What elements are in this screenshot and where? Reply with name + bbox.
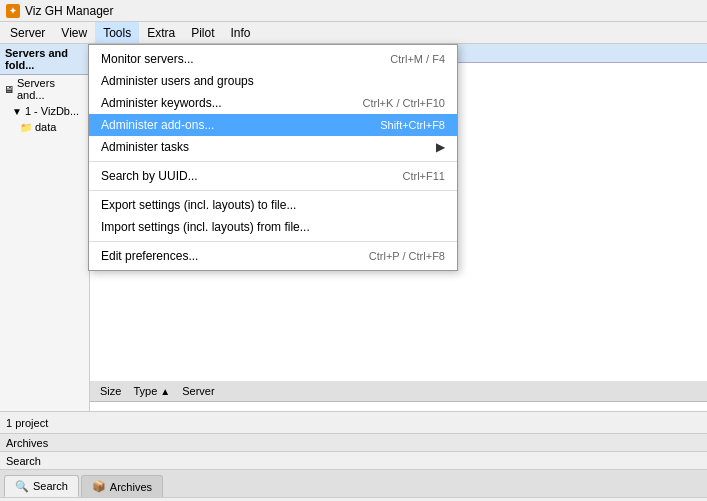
tree-label-servers: Servers and...: [17, 77, 85, 101]
archives-label: Archives: [6, 437, 48, 449]
status-bar-archives: Archives: [0, 433, 707, 451]
menu-administer-addons[interactable]: Administer add-ons... Shift+Ctrl+F8: [89, 114, 457, 136]
menu-import-settings-label: Import settings (incl. layouts) from fil…: [101, 220, 310, 234]
menu-server[interactable]: Server: [2, 22, 53, 43]
left-panel: Servers and fold... 🖥 Servers and... ▼ 1…: [0, 44, 90, 411]
menu-administer-tasks[interactable]: Administer tasks ▶: [89, 136, 457, 158]
menu-monitor-servers-label: Monitor servers...: [101, 52, 194, 66]
tab-archives[interactable]: 📦 Archives: [81, 475, 163, 497]
menu-search-uuid-label: Search by UUID...: [101, 169, 198, 183]
folder-icon: ▼: [12, 106, 22, 117]
menu-export-settings-label: Export settings (incl. layouts) to file.…: [101, 198, 296, 212]
tree-item-servers[interactable]: 🖥 Servers and...: [0, 75, 89, 103]
separator-3: [89, 241, 457, 242]
project-count: 1 project: [6, 417, 48, 429]
col-type: Type ▲: [127, 383, 176, 399]
tab-search[interactable]: 🔍 Search: [4, 475, 79, 497]
tab-search-label: Search: [33, 480, 68, 492]
menu-monitor-servers-shortcut: Ctrl+M / F4: [390, 53, 445, 65]
search-tab-icon: 🔍: [15, 480, 29, 493]
folder-icon-data: 📁: [20, 122, 32, 133]
menu-administer-users[interactable]: Administer users and groups: [89, 70, 457, 92]
menu-import-settings[interactable]: Import settings (incl. layouts) from fil…: [89, 216, 457, 238]
app-title: Viz GH Manager: [25, 4, 113, 18]
menu-administer-keywords-label: Administer keywords...: [101, 96, 222, 110]
col-server: Server: [176, 383, 220, 399]
menu-extra[interactable]: Extra: [139, 22, 183, 43]
app-icon: ✦: [6, 4, 20, 18]
menu-administer-users-label: Administer users and groups: [101, 74, 254, 88]
menu-edit-preferences-shortcut: Ctrl+P / Ctrl+F8: [369, 250, 445, 262]
server-icon: 🖥: [4, 84, 14, 95]
menu-tools[interactable]: Tools: [95, 22, 139, 43]
separator-1: [89, 161, 457, 162]
menu-administer-tasks-label: Administer tasks: [101, 140, 189, 154]
menu-pilot[interactable]: Pilot: [183, 22, 222, 43]
table-header: Size Type ▲ Server: [90, 381, 707, 402]
sort-icon[interactable]: ▲: [160, 386, 170, 397]
menu-edit-preferences-label: Edit preferences...: [101, 249, 198, 263]
menu-bar: Server View Tools Extra Pilot Info: [0, 22, 707, 44]
tabs-bar: 🔍 Search 📦 Archives: [0, 469, 707, 497]
menu-view[interactable]: View: [53, 22, 95, 43]
tree-label-vizdb: 1 - VizDb...: [25, 105, 79, 117]
status-bar-projects: 1 project: [0, 411, 707, 433]
tools-dropdown-menu: Monitor servers... Ctrl+M / F4 Administe…: [88, 44, 458, 271]
menu-administer-tasks-arrow: ▶: [436, 140, 445, 154]
archives-tab-icon: 📦: [92, 480, 106, 493]
col-size: Size: [94, 383, 127, 399]
menu-administer-addons-shortcut: Shift+Ctrl+F8: [380, 119, 445, 131]
status-bar-search: Search: [0, 451, 707, 469]
menu-monitor-servers[interactable]: Monitor servers... Ctrl+M / F4: [89, 48, 457, 70]
panel-header: Servers and fold...: [0, 44, 89, 75]
menu-info[interactable]: Info: [223, 22, 259, 43]
tab-archives-label: Archives: [110, 481, 152, 493]
menu-search-uuid[interactable]: Search by UUID... Ctrl+F11: [89, 165, 457, 187]
separator-2: [89, 190, 457, 191]
menu-export-settings[interactable]: Export settings (incl. layouts) to file.…: [89, 194, 457, 216]
tree-label-data: data: [35, 121, 56, 133]
menu-edit-preferences[interactable]: Edit preferences... Ctrl+P / Ctrl+F8: [89, 245, 457, 267]
menu-administer-addons-label: Administer add-ons...: [101, 118, 214, 132]
freetext-bar: Freetext:: [0, 497, 707, 501]
search-label: Search: [6, 455, 41, 467]
menu-administer-keywords-shortcut: Ctrl+K / Ctrl+F10: [362, 97, 445, 109]
title-bar: ✦ Viz GH Manager: [0, 0, 707, 22]
menu-search-uuid-shortcut: Ctrl+F11: [403, 170, 446, 182]
tree-item-data[interactable]: 📁 data: [0, 119, 89, 135]
tree-item-vizdb[interactable]: ▼ 1 - VizDb...: [0, 103, 89, 119]
menu-administer-keywords[interactable]: Administer keywords... Ctrl+K / Ctrl+F10: [89, 92, 457, 114]
